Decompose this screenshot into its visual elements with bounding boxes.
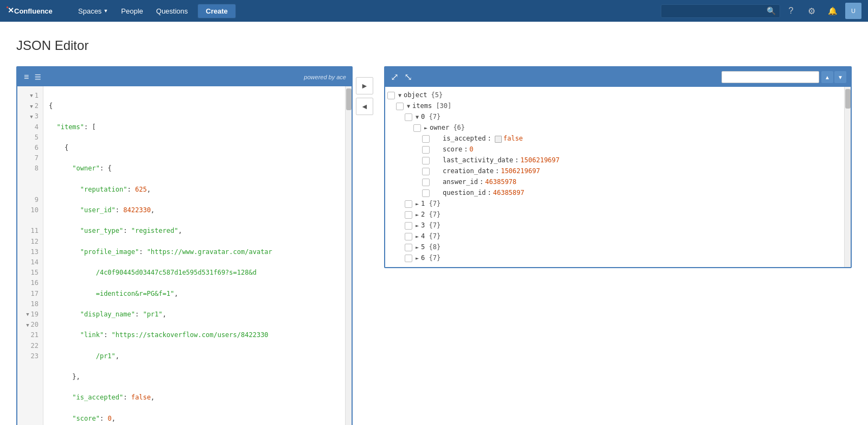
arrow-owner[interactable]: ► [424,124,427,133]
tree-row-question-id: question_id : 46385897 [387,188,842,199]
checkbox-6[interactable] [405,255,412,262]
checkbox-5[interactable] [405,244,412,251]
tree-row-items: ▼ items [30] [387,101,842,112]
checkbox-is-accepted[interactable] [422,135,430,143]
tree-area: ▼ object {5} ▼ items [30] [385,87,844,267]
search-down-button[interactable]: ▼ [834,71,846,83]
tree-row-0: ▼ 0 {7} [387,112,842,123]
navbar: Confluence ✕ Spaces ▼ People Questions C… [0,0,868,22]
nav-people[interactable]: People [116,0,148,22]
line-5: 5 [21,132,39,143]
checkbox-owner[interactable] [413,124,421,132]
transfer-left-button[interactable]: ◄ [356,98,373,115]
bell-icon: 🔔 [828,7,837,15]
line-14: 14 [21,257,39,268]
avatar-image: U [845,3,861,19]
arrow-items[interactable]: ▼ [407,102,410,111]
settings-button[interactable]: ⚙ [802,1,821,21]
tree-row-5: ► 5 {8} [387,242,842,253]
line-3: ▼3 [21,111,39,122]
logo[interactable]: Confluence ✕ [7,4,66,17]
line-8b [21,174,39,185]
avatar[interactable]: U [845,3,861,19]
expand-icon[interactable]: ⤢ [390,70,400,84]
arrow-4[interactable]: ► [416,232,419,242]
tree-row-1: ► 1 {7} [387,199,842,210]
checkbox-3[interactable] [405,222,412,230]
align-left-icon[interactable]: ≡ [23,71,30,83]
help-button[interactable]: ? [781,1,801,21]
tree-row-creation-date: creation_date : 1506219697 [387,166,842,177]
page-title: JSON Editor [16,38,852,53]
search-icon: 🔍 [767,7,776,15]
checkbox-last-activity-date[interactable] [422,157,430,164]
left-scrollbar-thumb [346,88,352,110]
arrow-0[interactable]: ▼ [416,113,419,122]
left-panel-body: ▼1 ▼2 ▼3 4 5 6 7 8 9 10 11 12 [17,86,352,425]
checkbox-items[interactable] [396,103,404,110]
right-panel-header: ⤢ ⤡ ▲ ▼ [385,67,851,87]
line-12: 12 [21,237,39,247]
tree-row-last-activity-date: last_activity_date : 1506219697 [387,155,842,166]
search-wrap: 🔍 [661,4,780,18]
line-8c [21,185,39,195]
search-input[interactable] [661,4,780,18]
create-button[interactable]: Create [197,4,235,18]
transfer-right-button[interactable]: ► [356,77,373,94]
checkbox-score[interactable] [422,146,430,154]
line-10b [21,215,39,226]
value-checkbox-is-accepted[interactable] [495,136,502,143]
search-up-button[interactable]: ▲ [821,71,833,83]
checkbox-creation-date[interactable] [422,168,430,175]
arrow-5[interactable]: ► [416,243,419,252]
code-area[interactable]: { "items": [ { "owner": { "reputation": … [43,86,345,425]
nav-questions[interactable]: Questions [151,0,194,22]
left-panel: ≡ ≣ powered by ace ▼1 ▼2 ▼3 4 5 6 [16,66,353,425]
nav-spaces[interactable]: Spaces ▼ [73,0,113,22]
checkbox-1[interactable] [405,200,412,208]
tree-row-owner: ► owner {6} [387,123,842,134]
tree-row-is-accepted: is_accepted : false [387,134,842,144]
arrow-3[interactable]: ► [416,221,419,231]
align-justify-icon[interactable]: ≣ [33,71,42,83]
line-4: 4 [21,122,39,132]
help-icon: ? [789,6,794,16]
checkbox-question-id[interactable] [422,189,430,197]
line-15: 15 [21,268,39,278]
left-panel-header: ≡ ≣ powered by ace [17,67,352,86]
chevron-down-icon: ▼ [103,8,108,14]
left-scrollbar[interactable] [345,86,352,425]
line-20: ▼20 [21,320,39,330]
line-16: 16 [21,278,39,288]
compress-icon[interactable]: ⤡ [403,70,413,84]
arrow-object[interactable]: ▼ [398,91,401,100]
line-2: ▼2 [21,101,39,111]
middle-buttons: ► ◄ [356,77,373,115]
tree-row-3: ► 3 {7} [387,220,842,231]
checkbox-0[interactable] [405,113,412,121]
checkbox-4[interactable] [405,233,412,240]
line-6: 6 [21,143,39,153]
notifications-button[interactable]: 🔔 [822,1,842,21]
search-arrows: ▲ ▼ [821,71,846,83]
arrow-1[interactable]: ► [416,200,419,209]
right-scrollbar[interactable] [844,87,851,267]
arrow-6[interactable]: ► [416,254,419,263]
arrow-2[interactable]: ► [416,211,419,220]
checkbox-answer-id[interactable] [422,179,430,186]
line-9: 9 [21,195,39,205]
checkbox-2[interactable] [405,211,412,219]
powered-by-text: powered by ace [304,74,346,80]
line-7: 7 [21,153,39,163]
line-13: 13 [21,247,39,257]
panels-wrap: ≡ ≣ powered by ace ▼1 ▼2 ▼3 4 5 6 [16,66,852,425]
line-8: 8 [21,163,39,174]
tree-row-object: ▼ object {5} [387,90,842,101]
checkbox-object[interactable] [387,92,395,99]
line-10: 10 [21,205,39,215]
nav-right: 🔍 ? ⚙ 🔔 U [661,1,861,21]
page-content: JSON Editor ≡ ≣ powered by ace ▼1 [0,22,868,425]
gear-icon: ⚙ [808,6,815,16]
right-panel-icons: ⤢ ⤡ [390,70,413,84]
right-search-input[interactable] [722,71,819,83]
